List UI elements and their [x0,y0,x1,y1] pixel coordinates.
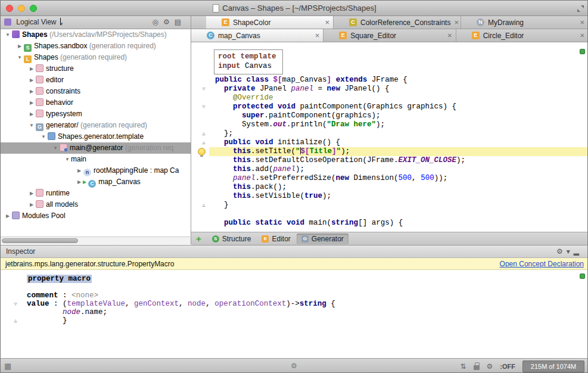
tree-collapse-icon[interactable]: ▼ [64,154,71,165]
tree-expand-icon[interactable]: ▶ [28,188,35,199]
background-task-icon[interactable]: ⚙ [291,362,297,370]
tab-close-icon[interactable]: × [312,32,320,39]
intention-bulb-icon[interactable] [198,148,206,156]
add-aspect-button[interactable]: + [196,234,201,244]
fold-close-icon[interactable]: ▵ [200,130,208,136]
tab-Circle_Editor[interactable]: ECircle_Editor× [456,29,588,42]
open-concept-declaration-link[interactable]: Open Concept Declaration [500,260,584,268]
tab-MyDrawing[interactable]: NMyDrawing× [461,16,588,29]
fold-open-icon[interactable]: ▿ [200,103,208,110]
tree-expand-icon[interactable]: ▶ [4,210,11,222]
code-line[interactable]: super.paintComponent(graphics); [215,111,587,120]
tab-Square_Editor[interactable]: ESquare_Editor× [323,29,456,42]
inspector-line[interactable]: node.name; [27,308,335,316]
tree-item-editor[interactable]: ▶editor [1,74,191,86]
inspector-line[interactable] [27,283,335,291]
tree-expand-icon[interactable]: ▶ [76,165,83,176]
inspector-line[interactable]: } [27,316,335,325]
code-line[interactable]: private JPanel panel = new JPanel() { [215,85,587,94]
inspector-line[interactable]: comment : <none> [27,291,335,300]
view-selector[interactable]: Logical View [16,18,56,26]
inspector-gear-icon[interactable]: ⚙▾ [556,247,574,256]
tree-item-generator-[interactable]: ▼Ggenerator/ (generation required) [1,120,191,131]
autoscroll-icon[interactable]: ◎ [152,18,163,26]
fold-close-icon[interactable]: ▵ [200,139,208,145]
code-line[interactable]: @Override [215,94,587,102]
fullscreen-icon[interactable] [577,5,584,12]
inspector-hide-icon[interactable]: ▂ [574,247,583,256]
tab-ColorReference_Constraints[interactable]: CColorReference_Constraints× [334,16,461,29]
generator-code-editor[interactable]: root templateinput Canvas public class $… [191,42,588,232]
tree-item-structure[interactable]: ▶structure [1,63,191,74]
tree-expand-icon[interactable]: ▶ [28,86,35,97]
scrollbar-thumb[interactable] [2,238,78,243]
scroll-arrows-icon[interactable]: ⇅ [461,362,466,371]
tab-close-icon[interactable]: × [321,18,329,26]
code-line[interactable]: this.add(panel); [215,165,587,174]
code-line[interactable]: public class $[map_Canvas] extends JFram… [215,76,587,85]
tree-item-main-generator[interactable]: ▼main@generator (generation req [1,142,191,154]
inspector-code-area[interactable]: property macrocomment : <none>value : (t… [27,275,335,325]
tree-expand-icon[interactable]: ▶ [76,176,83,188]
tab-close-icon[interactable]: × [444,32,452,39]
aspect-tab-generator[interactable]: GGenerator [297,234,349,244]
code-line[interactable]: protected void paintComponent(Graphics g… [215,102,587,111]
tree-expand-icon[interactable]: ▶ [28,63,35,74]
code-line[interactable]: this.setTitle("$[Title]"); [209,147,587,156]
tree-item-typesystem[interactable]: ▶typesystem [1,108,191,120]
code-area[interactable]: public class $[map_Canvas] extends JFram… [215,76,587,228]
tree-item-main[interactable]: ▼main [1,154,191,165]
tree-horizontal-scrollbar[interactable] [1,237,191,244]
tree-item-shapes[interactable]: ▼Shapes (/Users/vaclav/MPSProjects/Shape… [1,29,191,41]
tab-close-icon[interactable]: × [576,32,584,39]
tree-expand-icon[interactable]: ▶ [16,41,23,52]
inspector-line[interactable]: value : (templateValue, genContext, node… [27,300,335,308]
tree-item-map-canvas[interactable]: ▶▶Cmap_Canvas [1,176,191,188]
lock-icon[interactable] [474,365,480,370]
hide-panel-icon[interactable]: ▤ [175,18,186,26]
tree-expand-icon[interactable]: ▶ [28,97,35,108]
titlebar[interactable]: Canvas – Shapes – [~/MPSProjects/Shapes] [1,1,588,16]
tree-item-rootmappingrule-map-ca[interactable]: ▶nrootMappingRule : map Ca [1,165,191,176]
tree-item-shapes-generator-template[interactable]: ▼Shapes.generator.template [1,131,191,142]
code-line[interactable]: } [215,201,587,210]
code-line[interactable]: this.setDefaultCloseOperation(JFrame.EXI… [215,156,587,165]
tab-close-icon[interactable]: × [576,18,584,26]
aspect-tab-structure[interactable]: SStructure [207,234,256,244]
tree-item-shapes-sandbox[interactable]: ▶SShapes.sandbox (generation required) [1,41,191,52]
tree-item-modules-pool[interactable]: ▶Modules Pool [1,210,191,222]
code-line[interactable] [215,210,587,219]
tree-item-constraints[interactable]: ▶constraints [1,86,191,97]
project-tree[interactable]: ▼Shapes (/Users/vaclav/MPSProjects/Shape… [1,29,191,237]
inspector-line[interactable]: property macro [27,275,335,283]
tree-item-behavior[interactable]: ▶behavior [1,97,191,108]
inspector-body[interactable]: property macrocomment : <none>value : (t… [1,270,588,358]
tree-collapse-icon[interactable]: ▼ [4,29,11,41]
code-line[interactable]: }; [215,129,587,138]
tree-expand-icon[interactable]: ▶ [28,108,35,120]
fold-open-icon[interactable]: ▿ [200,85,208,92]
fold-close-icon[interactable]: ▵ [200,201,208,208]
tree-item-all-models[interactable]: ▶all models [1,199,191,210]
hector-icon[interactable]: ⚙ [487,362,493,371]
aspect-tab-editor[interactable]: EEditor [257,234,295,244]
tab-map_Canvas[interactable]: Cmap_Canvas× [191,29,323,42]
tab-close-icon[interactable]: × [450,18,459,26]
tree-collapse-icon[interactable]: ▼ [52,142,59,154]
tree-collapse-icon[interactable]: ▼ [28,120,35,131]
tree-item-shapes[interactable]: ▼LShapes (generation required) [1,52,191,63]
hector-status-label[interactable]: :OFF [500,363,515,370]
tree-item-runtime[interactable]: ▶runtime [1,188,191,199]
code-line[interactable]: public void initialize() { [215,138,587,147]
code-line[interactable]: public static void main(string[] args) { [215,219,587,228]
toolwindow-toggle-icon[interactable]: ▦ [4,362,11,371]
tree-collapse-icon[interactable]: ▼ [40,131,47,142]
fold-open-icon[interactable]: ▿ [11,300,20,307]
memory-indicator[interactable]: 215M of 1074M [522,360,584,372]
fold-close-icon[interactable]: ▵ [11,317,20,324]
code-line[interactable]: panel.setPreferredSize(new Dimension(500… [215,174,587,183]
gear-icon[interactable]: ⚙ [163,18,175,26]
tab-ShapeColor[interactable]: EShapeColor× [206,16,334,29]
code-line[interactable]: this.setVisible(true); [215,192,587,201]
tree-collapse-icon[interactable]: ▼ [16,52,23,63]
